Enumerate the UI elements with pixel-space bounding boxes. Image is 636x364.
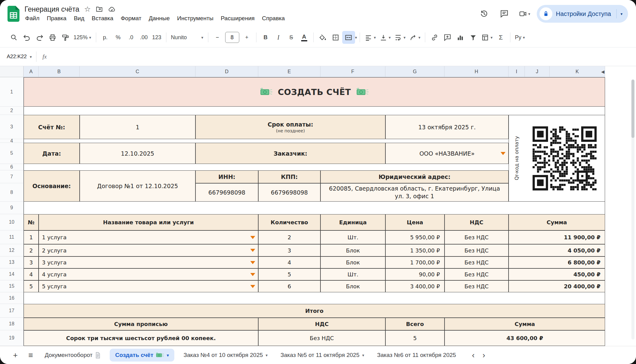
row-header[interactable]: 17	[0, 304, 24, 318]
column-header-j[interactable]: J	[525, 66, 550, 77]
column-header-k[interactable]: K ◀	[550, 66, 605, 77]
column-header-a[interactable]: A	[24, 66, 39, 77]
row-header[interactable]: 15	[0, 280, 24, 292]
menu-item-extensions[interactable]: Расширения	[217, 14, 259, 23]
item-price-cell[interactable]: 90,00 ₽	[385, 268, 445, 280]
menu-item-format[interactable]: Формат	[117, 14, 145, 23]
row-header[interactable]: 3	[0, 115, 24, 139]
item-qty-cell[interactable]: 2	[258, 230, 320, 244]
search-menus-button[interactable]	[7, 31, 20, 44]
item-unit-cell[interactable]: Шт.	[320, 230, 385, 244]
share-settings-button[interactable]: Настройки Доступа ▾	[537, 5, 628, 23]
sheet-tab-docs[interactable]: Документооборот	[39, 346, 106, 364]
item-number-cell[interactable]: 1	[24, 230, 39, 244]
percent-format-button[interactable]: %	[112, 31, 125, 44]
item-number-cell[interactable]: 4	[24, 268, 39, 280]
menu-item-file[interactable]: Файл	[21, 14, 43, 23]
meet-camera-button[interactable]: ▾	[517, 6, 532, 22]
tab-scroll-right-icon[interactable]: ›	[483, 351, 485, 360]
item-unit-cell[interactable]: Блок	[320, 280, 385, 292]
menu-item-tools[interactable]: Инструменты	[173, 14, 217, 23]
item-qty-cell[interactable]: 5	[258, 268, 320, 280]
legal-address-label[interactable]: Юридический адрес:	[320, 170, 509, 183]
increase-decimals-button[interactable]: .00	[138, 31, 150, 44]
row-header[interactable]: 18	[0, 318, 24, 330]
cloud-status-icon[interactable]	[108, 6, 116, 13]
version-history-button[interactable]	[476, 6, 492, 22]
item-name-cell[interactable]: 5 услуга	[39, 280, 258, 292]
items-header-vat[interactable]: НДС	[445, 214, 509, 230]
row-header[interactable]: 16	[0, 292, 24, 304]
insert-link-button[interactable]	[428, 31, 441, 44]
select-all-corner[interactable]	[0, 66, 24, 77]
item-qty-cell[interactable]: 3	[258, 244, 320, 256]
item-name-cell[interactable]: 1 услуга	[39, 230, 258, 244]
text-wrap-button[interactable]: ▾	[392, 31, 407, 44]
comments-button[interactable]	[496, 6, 512, 22]
horizontal-align-button[interactable]: ▾	[363, 31, 378, 44]
item-dropdown-icon[interactable]	[250, 273, 255, 276]
undo-button[interactable]	[20, 31, 33, 44]
item-unit-cell[interactable]: Блок	[320, 256, 385, 268]
currency-format-button[interactable]: р.	[99, 31, 112, 44]
font-size-input[interactable]: 8	[225, 32, 239, 43]
item-vat-cell[interactable]: Без НДС	[445, 230, 509, 244]
item-name-cell[interactable]: 2 услуга	[39, 244, 258, 256]
totals-sum-value[interactable]: 43 600,00 ₽	[445, 330, 605, 346]
item-price-cell[interactable]: 1 700,00 ₽	[385, 256, 445, 268]
column-header-c[interactable]: C	[80, 66, 195, 77]
text-color-button[interactable]: A	[298, 31, 311, 44]
insert-chart-button[interactable]	[454, 31, 467, 44]
items-header-quantity[interactable]: Количество	[258, 214, 320, 230]
totals-words-header[interactable]: Сумма прописью	[24, 318, 258, 330]
kpp-value[interactable]: 6679698098	[258, 183, 320, 202]
item-dropdown-icon[interactable]	[250, 236, 255, 239]
basis-value[interactable]: Договор №1 от 12.10.2025	[80, 170, 195, 202]
totals-vat-header[interactable]: НДС	[258, 318, 385, 330]
item-price-cell[interactable]: 5 950,00 ₽	[385, 230, 445, 244]
column-header-b[interactable]: B	[39, 66, 80, 77]
row-header[interactable]: 5	[0, 143, 24, 164]
print-button[interactable]	[46, 31, 59, 44]
row-header[interactable]: 1	[0, 77, 24, 107]
menu-item-view[interactable]: Вид	[70, 14, 88, 23]
totals-count-value[interactable]: 5	[385, 330, 445, 346]
column-header-d[interactable]: D	[195, 66, 258, 77]
row-header[interactable]: 6	[0, 164, 24, 170]
item-qty-cell[interactable]: 6	[258, 280, 320, 292]
invoice-banner[interactable]: СОЗДАТЬ СЧЁТ	[24, 77, 605, 107]
item-total-cell[interactable]: 11 900,00 ₽	[509, 230, 605, 244]
bold-button[interactable]: B	[259, 31, 272, 44]
sheet-tab-order-5[interactable]: Заказ №5 от 11 октября 2025 ▾	[275, 346, 370, 364]
row-header[interactable]: 12	[0, 244, 24, 256]
tab-scroll-left-icon[interactable]: ‹	[472, 351, 475, 360]
item-dropdown-icon[interactable]	[250, 261, 255, 264]
item-dropdown-icon[interactable]	[250, 285, 255, 288]
decrease-font-size-button[interactable]: −	[211, 31, 224, 44]
date-label[interactable]: Дата:	[24, 143, 80, 164]
menu-item-insert[interactable]: Вставка	[88, 14, 117, 23]
zoom-control[interactable]: 125% ▾	[72, 31, 93, 44]
vertical-align-button[interactable]: ▾	[378, 31, 393, 44]
insert-comment-button[interactable]	[441, 31, 454, 44]
item-qty-cell[interactable]: 4	[258, 256, 320, 268]
move-folder-icon[interactable]	[96, 6, 103, 13]
item-number-cell[interactable]: 3	[24, 256, 39, 268]
item-total-cell[interactable]: 4 050,00 ₽	[509, 244, 605, 256]
item-vat-cell[interactable]: Без НДС	[445, 280, 509, 292]
column-header-g[interactable]: G	[385, 66, 445, 77]
add-sheet-button[interactable]: +	[9, 348, 22, 362]
row-header[interactable]: 13	[0, 256, 24, 268]
items-header-price[interactable]: Цена	[385, 214, 445, 230]
borders-button[interactable]	[329, 31, 342, 44]
scrollbar-thumb[interactable]	[631, 80, 634, 138]
totals-sum-header[interactable]: Сумма	[445, 318, 605, 330]
items-header-number[interactable]: №	[24, 214, 39, 230]
tab-menu-caret-icon[interactable]: ▾	[362, 353, 364, 357]
item-unit-cell[interactable]: Шт.	[320, 268, 385, 280]
table-views-button[interactable]: ▾	[479, 31, 494, 44]
redo-button[interactable]	[33, 31, 46, 44]
kpp-label[interactable]: КПП:	[258, 170, 320, 183]
more-formats-button[interactable]: 123	[150, 31, 163, 44]
name-box[interactable]: A22:K22 ▾	[0, 47, 36, 66]
